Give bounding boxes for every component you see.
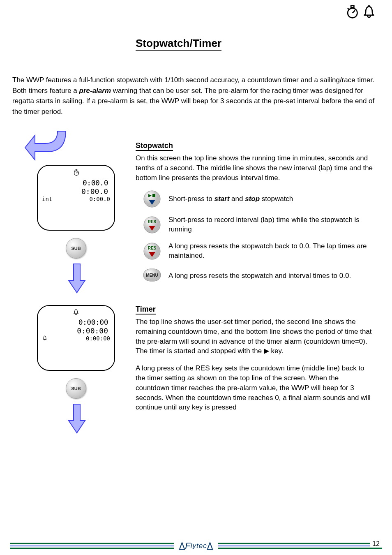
return-arrow-icon: [23, 125, 72, 166]
arrow-down-icon: [67, 262, 87, 295]
arrow-down-icon: [67, 402, 87, 435]
page-footer: Flytec 12: [10, 543, 382, 549]
stopwatch-time: 0:00.0: [42, 178, 110, 187]
svg-marker-23: [208, 543, 212, 549]
svg-text:RES: RES: [148, 220, 157, 224]
intro-paragraph: The WWP features a full-function stopwat…: [12, 75, 380, 117]
timer-prealarm-value: 0:00:00: [86, 335, 110, 342]
pre-alarm-text: pre-alarm: [79, 87, 111, 95]
brand-logo: Flytec: [174, 541, 218, 551]
txt-part: and: [229, 195, 245, 203]
bell-small-icon: [42, 308, 110, 318]
stopwatch-desc: On this screen the top line shows the ru…: [136, 153, 374, 183]
txt-part: Short-press to: [168, 195, 214, 203]
sub-button[interactable]: SUB: [66, 378, 86, 399]
stopwatch-icon: [344, 4, 359, 19]
page-title: Stopwatch/Timer: [136, 37, 221, 51]
svg-rect-12: [152, 194, 155, 197]
start-word: start: [214, 195, 230, 203]
timer-period: 0:00:00: [42, 318, 110, 326]
svg-text:MENU: MENU: [146, 273, 158, 278]
stopwatch-int-label: int: [42, 196, 52, 202]
timer-desc: The top line shows the user-set timer pe…: [136, 317, 374, 356]
prealarm-bell-icon: [42, 335, 48, 342]
res-button-icon[interactable]: RES: [143, 242, 161, 260]
timer-screen: 0:00:00 0:00:00 0:00:00: [37, 305, 115, 371]
timer-countdown: 0:00:00: [42, 326, 110, 335]
stop-word: stop: [245, 195, 260, 203]
sub-button[interactable]: SUB: [66, 238, 86, 259]
menu-reset-instruction: A long press resets the stopwatch and in…: [168, 271, 374, 281]
menu-button-icon[interactable]: MENU: [143, 268, 161, 284]
svg-line-4: [353, 10, 355, 13]
header-icons: [344, 4, 376, 19]
stopwatch-heading: Stopwatch: [136, 141, 173, 151]
stopwatch-prev-lap: 0:00.0: [89, 196, 110, 202]
svg-line-3: [348, 8, 349, 10]
stopwatch-lap: 0:00.0: [42, 187, 110, 196]
stopwatch-screen: 0:00.0 0:00.0 int 0:00.0: [37, 165, 115, 231]
lap-instruction: Short-press to record interval (lap) tim…: [168, 215, 374, 234]
stopwatch-small-icon: [42, 168, 110, 178]
play-stop-button-icon[interactable]: [143, 190, 161, 208]
svg-line-8: [74, 171, 75, 171]
res-button-icon[interactable]: RES: [143, 216, 161, 234]
reset-instruction: A long press resets the stopwatch back t…: [168, 242, 374, 261]
start-stop-instruction: Short-press to start and stop stopwatch: [168, 194, 374, 204]
timer-desc-2: A long press of the RES key sets the cou…: [136, 363, 374, 412]
page-number: 12: [370, 540, 382, 548]
timer-heading: Timer: [136, 305, 156, 314]
svg-marker-22: [180, 543, 184, 549]
txt-part: stopwatch: [260, 195, 293, 203]
svg-line-9: [76, 172, 78, 173]
bell-icon: [362, 4, 376, 19]
svg-rect-7: [76, 169, 77, 170]
svg-text:RES: RES: [148, 246, 157, 250]
